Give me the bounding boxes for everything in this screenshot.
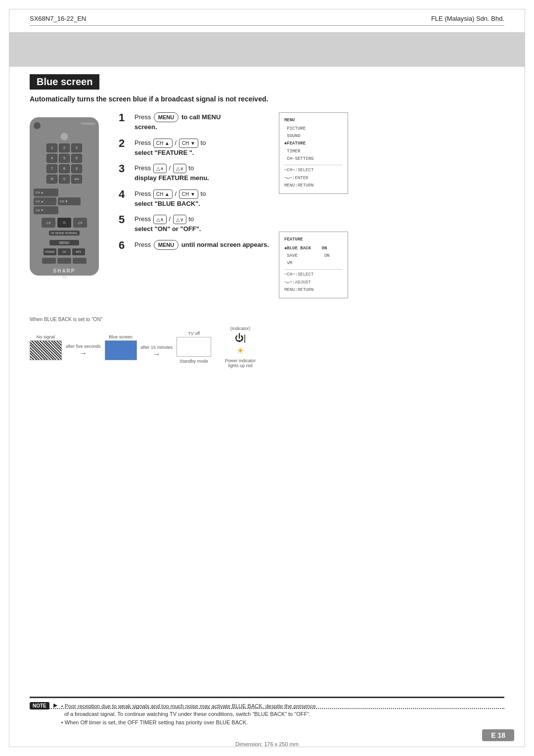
- remote-top-row: TV/VIDEO: [34, 122, 95, 129]
- step-6-content: Press MENU until normal screen appears.: [134, 240, 269, 250]
- step-3-content: Press △∧ / △∨ to display FEATURE menu.: [134, 163, 269, 183]
- remote-btn-8: 8: [59, 164, 70, 173]
- tv-off-label: TV off: [188, 331, 200, 336]
- indicator-label: (Indicator): [230, 326, 251, 331]
- step-5-vol-down: △∨: [173, 215, 186, 224]
- sun-icon: ☀: [236, 345, 244, 356]
- remote-btn-0: 0: [59, 175, 70, 184]
- remote-btn-4: 4: [46, 154, 57, 163]
- step-1: 1 Press MENU to call MENUscreen.: [119, 112, 269, 132]
- remote-vol-up: △∧: [42, 218, 55, 228]
- header-left: SX68N7_16-22_EN: [30, 15, 86, 22]
- step-2-ch-up: CH ▲: [153, 139, 173, 148]
- step-1-menu-btn: MENU: [154, 112, 178, 123]
- remote-menu-main: MENU: [49, 240, 80, 245]
- remote-btn-1: 1: [46, 143, 57, 152]
- diagram-arrow2-col: after 15 minutes →: [141, 336, 173, 359]
- step-1-number: 1: [119, 112, 130, 123]
- content-body: TV/VIDEO 1 2 3 4 5 6 7 8 9 ⑤ 0: [30, 112, 504, 299]
- remote-mpx-btn: MPX: [72, 248, 85, 255]
- step-1-content: Press MENU to call MENUscreen.: [134, 112, 269, 132]
- remote-vol-area: △∧ ⊙ △∨: [42, 218, 87, 228]
- remote-btn-2: 2: [59, 143, 70, 152]
- standby-mode-label: Standby mode: [179, 359, 208, 364]
- subtitle: Automatically turns the screen blue if a…: [30, 94, 504, 104]
- menu-box1-picture: PICTURE: [284, 125, 343, 133]
- remote-ch-up2: CH ▲: [34, 197, 56, 205]
- remote-inner: TV/VIDEO 1 2 3 4 5 6 7 8 9 ⑤ 0: [34, 122, 95, 280]
- step-2-number: 2: [119, 138, 130, 149]
- arrow2-group: after 15 minutes →: [141, 345, 173, 359]
- note-section: NOTE ▶ • Poor reception due to weak sign…: [30, 697, 504, 727]
- menu-box2-nav: ~CH~:SELECT~↵~:ADJUST MENU:RETURN: [284, 269, 343, 294]
- note-line-2: • When Off timer is set, the OFF TIMER s…: [61, 719, 248, 725]
- power-indicator-icon: ⏻|: [235, 333, 246, 343]
- remote-btn-9: 9: [71, 164, 82, 173]
- remote-control: TV/VIDEO 1 2 3 4 5 6 7 8 9 ⑤ 0: [30, 117, 99, 276]
- remote-ch-area: CH ▲ CH ▲ CH ▼ CH ▼: [34, 189, 95, 214]
- remote-illustration: TV/VIDEO 1 2 3 4 5 6 7 8 9 ⑤ 0: [30, 112, 109, 299]
- steps-left: 1 Press MENU to call MENUscreen. 2 Press…: [119, 112, 269, 299]
- tv-off-box: [177, 337, 211, 357]
- step-3: 3 Press △∧ / △∨ to display FEATURE menu.: [119, 163, 269, 183]
- no-signal-box: [30, 340, 62, 360]
- menu-box2-blue-back: ◆BLUE BACK ON: [284, 245, 343, 252]
- step-3-vol-down: △∨: [173, 164, 186, 173]
- menu-box1-ch-setting: CH-SETTING: [284, 155, 343, 163]
- step-4-number: 4: [119, 189, 130, 200]
- remote-ch-up: CH ▲: [34, 189, 58, 196]
- sharp-logo: SHARP: [53, 268, 75, 274]
- remote-speaker: [34, 122, 41, 129]
- step-5: 5 Press △∧ / △∨ to select "ON" or "OFF".: [119, 214, 269, 234]
- remote-sensor: [60, 133, 68, 141]
- remote-tv-video: TV/VIDEO: [81, 122, 95, 129]
- note-text: • Poor reception due to weak signals and…: [61, 702, 316, 727]
- remote-menu-row2: MENU: [49, 240, 80, 245]
- page-title: Blue screen: [30, 74, 99, 90]
- diagram-blue-screen: Blue screen: [105, 334, 137, 360]
- step-5-vol-up: △∧: [153, 215, 167, 224]
- no-signal-label: No signal: [37, 334, 55, 339]
- menu-box1-sound: SOUND: [284, 133, 343, 140]
- step-5-number: 5: [119, 214, 130, 225]
- remote-power-btn: POWER: [44, 248, 56, 255]
- diagram-arrow1-col: after five seconds →: [66, 337, 101, 358]
- menu-box1-title: MENU: [284, 117, 343, 124]
- step-3-vol-up: △∧: [153, 164, 167, 173]
- remote-small-btns: POWER CH MPX: [44, 248, 85, 255]
- step-2-ch-down: CH ▼: [179, 139, 198, 148]
- note-arrow: ▶: [53, 702, 57, 709]
- menu-box2-vm: VM: [284, 260, 343, 267]
- steps-right: MENU PICTURE SOUND ◆FEATURE TIMER CH-SET…: [279, 112, 348, 299]
- remote-btn-6: 6: [71, 154, 82, 163]
- remote-btn-5: 5: [59, 154, 70, 163]
- indicator-col: (Indicator) ⏻| ☀ Power indicatorlights u…: [225, 326, 256, 368]
- diagram-tv-off: TV off Standby mode: [177, 331, 211, 364]
- tv-label: TV: [62, 275, 67, 280]
- header-right: FLE (Malaysia) Sdn. Bhd.: [431, 15, 504, 22]
- diagram-section: When BLUE BACK is set to "ON" No signal …: [30, 317, 504, 368]
- remote-ch-down2: CH ▼: [58, 197, 81, 205]
- remote-btn-7: 7: [46, 164, 57, 173]
- remote-av-btn: AV MODE NORMAL: [49, 231, 80, 236]
- menu-box1-nav: ~CH~:SELECT~↵~:ENTER MENU:RETURN: [284, 165, 343, 189]
- note-badge: NOTE: [30, 702, 49, 709]
- step-6-menu-btn: MENU: [154, 240, 178, 250]
- remote-vol-down: △∨: [73, 218, 87, 228]
- after-fifteen-label: after 15 minutes: [141, 345, 173, 350]
- arrow1-group: after five seconds →: [66, 344, 101, 358]
- diagram-title: When BLUE BACK is set to "ON": [30, 317, 504, 322]
- page-header: SX68N7_16-22_EN FLE (Malaysia) Sdn. Bhd.: [30, 15, 504, 26]
- step-4: 4 Press CH ▲ / CH ▼ to select "BLUE BACK…: [119, 189, 269, 209]
- page-number: E 18: [482, 729, 514, 741]
- step-6-number: 6: [119, 240, 130, 251]
- menu-box-feature: FEATURE ◆BLUE BACK ON SAVE ON VM ~CH~:SE…: [279, 232, 348, 298]
- after-five-label: [83, 337, 84, 342]
- remote-menu-row: AV MODE NORMAL: [49, 231, 80, 236]
- step-5-content: Press △∧ / △∨ to select "ON" or "OFF".: [134, 214, 269, 234]
- gray-banner: [9, 32, 525, 67]
- steps-with-menu: 1 Press MENU to call MENUscreen. 2 Press…: [119, 112, 348, 299]
- step-6: 6 Press MENU until normal screen appears…: [119, 240, 269, 251]
- blue-screen-label: Blue screen: [109, 334, 133, 339]
- remote-btn-dot: •/••: [71, 175, 82, 184]
